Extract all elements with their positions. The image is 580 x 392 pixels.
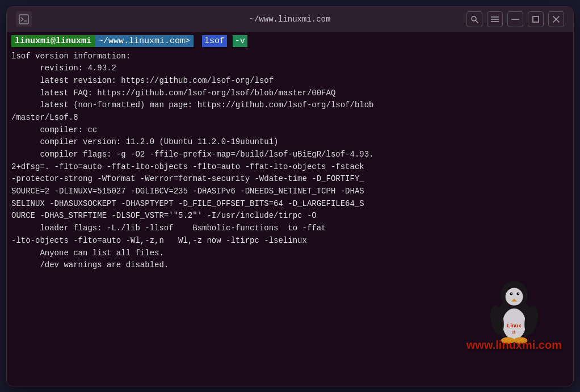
title-bar: ~/www.linuxmi.com bbox=[7, 7, 573, 32]
svg-point-12 bbox=[502, 308, 526, 339]
prompt-user: linuxmi@linuxmi bbox=[11, 35, 95, 47]
title-bar-controls bbox=[466, 11, 564, 27]
search-button[interactable] bbox=[466, 11, 482, 27]
title-bar-left bbox=[16, 11, 32, 27]
svg-point-25 bbox=[514, 337, 527, 344]
prompt-line: linuxmi@linuxmi ~/www.linuxmi.com> lsof … bbox=[7, 32, 573, 50]
svg-line-3 bbox=[476, 20, 478, 23]
svg-line-31 bbox=[524, 340, 526, 343]
minimize-button[interactable] bbox=[507, 11, 523, 27]
svg-point-20 bbox=[518, 293, 519, 294]
terminal-window: ~/www.linuxmi.com bbox=[6, 6, 574, 386]
svg-rect-8 bbox=[533, 16, 539, 22]
terminal-body[interactable]: linuxmi@linuxmi ~/www.linuxmi.com> lsof … bbox=[7, 32, 573, 386]
svg-point-24 bbox=[501, 337, 515, 344]
menu-button[interactable] bbox=[487, 11, 503, 27]
svg-point-17 bbox=[510, 292, 512, 295]
prompt-path: ~/www.linuxmi.com> bbox=[95, 35, 194, 47]
svg-text:Linux: Linux bbox=[507, 322, 522, 328]
prompt-command: lsof bbox=[202, 35, 227, 47]
svg-point-18 bbox=[516, 292, 519, 295]
watermark: Linux 迷 www.linuxmi.com bbox=[466, 276, 562, 352]
svg-text:迷: 迷 bbox=[512, 330, 516, 334]
svg-point-15 bbox=[508, 291, 514, 296]
svg-point-14 bbox=[505, 288, 523, 305]
svg-point-11 bbox=[495, 298, 532, 342]
svg-point-23 bbox=[522, 304, 540, 335]
maximize-button[interactable] bbox=[528, 11, 544, 27]
close-button[interactable] bbox=[548, 11, 564, 27]
svg-point-19 bbox=[511, 293, 512, 294]
watermark-text: www.linuxmi.com bbox=[466, 339, 562, 352]
prompt-arrow bbox=[194, 36, 199, 46]
terminal-output: lsof version information: revision: 4.93… bbox=[7, 50, 573, 276]
svg-point-13 bbox=[501, 281, 528, 308]
svg-line-28 bbox=[511, 340, 513, 343]
svg-line-29 bbox=[515, 340, 517, 343]
svg-point-22 bbox=[488, 304, 506, 335]
penguin-icon: Linux 迷 bbox=[480, 276, 548, 344]
terminal-icon bbox=[16, 11, 32, 27]
svg-point-16 bbox=[515, 291, 520, 296]
svg-rect-0 bbox=[19, 15, 28, 24]
prompt-space bbox=[227, 36, 233, 46]
svg-line-26 bbox=[502, 340, 504, 343]
window-title: ~/www.linuxmi.com bbox=[250, 15, 331, 24]
prompt-arg: -v bbox=[233, 35, 247, 47]
svg-marker-21 bbox=[511, 298, 517, 301]
